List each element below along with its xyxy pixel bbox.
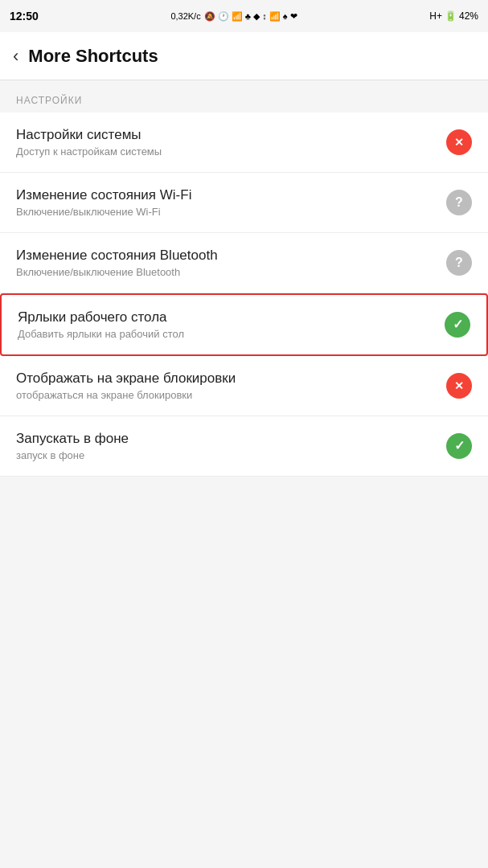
list-item-system-settings[interactable]: Настройки системыДоступ к настройкам сис… (0, 113, 488, 173)
list-item-text-lock-screen: Отображать на экране блокировкиотображат… (16, 371, 446, 401)
app-bar: ‹ More Shortcuts (0, 32, 488, 80)
list-item-title-bluetooth-toggle: Изменение состояния Bluetooth (16, 248, 433, 264)
list-item-title-desktop-shortcuts: Ярлыки рабочего стола (18, 309, 432, 326)
list-item-title-wifi-toggle: Изменение состояния Wi-Fi (16, 187, 433, 203)
list-item-subtitle-system-settings: Доступ к настройкам системы (16, 145, 433, 158)
status-icon-background-run (446, 433, 472, 459)
list-item-text-background-run: Запускать в фонезапуск в фоне (16, 431, 446, 461)
status-bar: 12:50 0,32K/с 🔕 🕐 📶 ♣ ◆ ↕ 📶 ♠ ❤ H+ 🔋 42% (0, 0, 488, 32)
status-icon-lock-screen (446, 373, 472, 399)
list-item-bluetooth-toggle[interactable]: Изменение состояния BluetoothВключение/в… (0, 233, 488, 293)
list-item-text-bluetooth-toggle: Изменение состояния BluetoothВключение/в… (16, 248, 446, 278)
list-item-lock-screen[interactable]: Отображать на экране блокировкиотображат… (0, 356, 488, 416)
page-title: More Shortcuts (28, 46, 158, 67)
battery-label: H+ (429, 10, 442, 22)
status-icon-bluetooth-toggle (446, 250, 472, 276)
list-item-background-run[interactable]: Запускать в фонезапуск в фоне (0, 416, 488, 477)
list-item-text-wifi-toggle: Изменение состояния Wi-FiВключение/выклю… (16, 187, 446, 218)
back-button[interactable]: ‹ (13, 47, 18, 65)
status-time: 12:50 (10, 10, 39, 23)
list-item-title-system-settings: Настройки системы (16, 127, 433, 143)
list-item-subtitle-bluetooth-toggle: Включение/выключение Bluetooth (16, 266, 433, 278)
list-item-desktop-shortcuts[interactable]: Ярлыки рабочего столаДобавить ярлыки на … (0, 293, 488, 356)
list-item-subtitle-background-run: запуск в фоне (16, 449, 433, 461)
list-item-title-lock-screen: Отображать на экране блокировки (16, 371, 433, 387)
status-right: H+ 🔋 42% (429, 10, 478, 22)
status-center: 0,32K/с 🔕 🕐 📶 ♣ ◆ ↕ 📶 ♠ ❤ (170, 11, 297, 22)
list-item-subtitle-lock-screen: отображаться на экране блокировки (16, 389, 433, 401)
battery-icon: 🔋 (445, 10, 457, 22)
list-item-text-desktop-shortcuts: Ярлыки рабочего столаДобавить ярлыки на … (18, 309, 445, 340)
status-icon-desktop-shortcuts (445, 312, 470, 338)
shortcuts-list: Настройки системыДоступ к настройкам сис… (0, 113, 488, 477)
status-icon-wifi-toggle (446, 190, 472, 215)
network-speed: 0,32K/с (170, 11, 200, 21)
section-header-settings: НАСТРОЙКИ (0, 80, 488, 113)
status-icon-system-settings (446, 129, 472, 155)
status-icons: 🔕 🕐 📶 ♣ ◆ ↕ 📶 ♠ ❤ (204, 11, 297, 22)
list-item-wifi-toggle[interactable]: Изменение состояния Wi-FiВключение/выклю… (0, 173, 488, 233)
list-item-title-background-run: Запускать в фоне (16, 431, 433, 447)
list-item-subtitle-desktop-shortcuts: Добавить ярлыки на рабочий стол (18, 328, 432, 340)
battery-percent: 42% (459, 10, 478, 22)
list-item-text-system-settings: Настройки системыДоступ к настройкам сис… (16, 127, 446, 158)
list-item-subtitle-wifi-toggle: Включение/выключение Wi-Fi (16, 206, 433, 218)
